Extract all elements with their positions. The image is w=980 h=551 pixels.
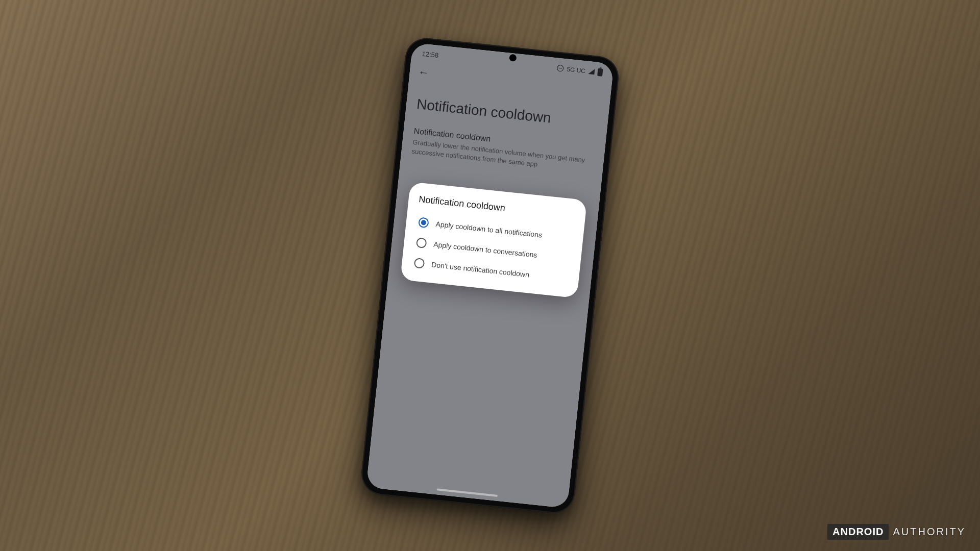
watermark: ANDROID AUTHORITY — [827, 524, 966, 540]
radio-unselected-icon — [416, 237, 427, 248]
phone-screen: 12:58 5G UC ← Notification cooldown Noti… — [366, 43, 614, 509]
phone-device-frame: 12:58 5G UC ← Notification cooldown Noti… — [359, 36, 621, 515]
watermark-brand: ANDROID — [827, 524, 889, 540]
radio-unselected-icon — [414, 258, 425, 269]
radio-selected-icon — [418, 217, 429, 228]
notification-cooldown-dialog: Notification cooldown Apply cooldown to … — [400, 182, 587, 298]
watermark-text: AUTHORITY — [893, 526, 966, 538]
radio-label: Don't use notification cooldown — [431, 260, 530, 279]
